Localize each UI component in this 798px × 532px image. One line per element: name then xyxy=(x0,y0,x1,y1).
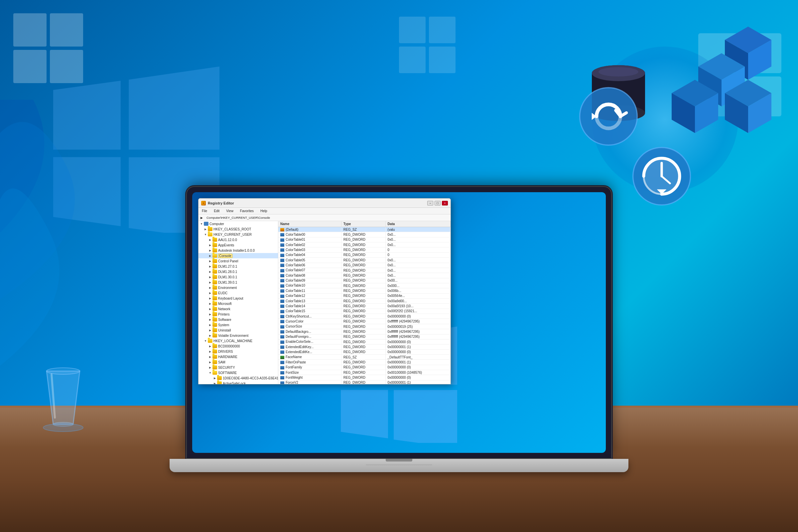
expand-10[interactable]: ▶ xyxy=(208,280,212,285)
tree-item-12[interactable]: ▶ EUDC xyxy=(198,290,278,296)
table-row[interactable]: ColorTable14REG_DWORD0x00a5f193 (10... xyxy=(278,304,451,308)
expand-20[interactable]: ▶ xyxy=(208,333,212,338)
expand-14[interactable]: ▶ xyxy=(208,301,212,306)
tree-item-9[interactable]: ▶ DLM1.30.0.1 xyxy=(198,274,278,280)
minimize-button[interactable]: − xyxy=(427,201,433,206)
expand-26[interactable]: ▶ xyxy=(208,365,212,370)
table-row[interactable]: ColorTable07REG_DWORD0x0... xyxy=(278,268,451,273)
tree-item-10[interactable]: ▶ DLM1.39.0.1 xyxy=(198,280,278,285)
registry-tree[interactable]: ▼ Computer ▶ HKEY_CLASSES_ROOT xyxy=(198,221,278,384)
expand-27[interactable]: ▼ xyxy=(208,370,212,375)
table-row[interactable]: CursorColorREG_DWORD0xffffffff (42949672… xyxy=(278,319,451,324)
expand-22[interactable]: ▶ xyxy=(208,344,212,348)
menu-file[interactable]: File xyxy=(201,208,208,213)
tree-item-0[interactable]: ▶ HKEY_CLASSES_ROOT xyxy=(198,226,278,232)
table-row[interactable]: ColorTable06REG_DWORD0x0... xyxy=(278,263,451,268)
tree-item-2[interactable]: ▶ AAU1.12.0.0 xyxy=(198,237,278,242)
expand-29[interactable]: ▶ xyxy=(212,381,217,384)
tree-item-29[interactable]: ▶ ActiveSafeLock xyxy=(198,381,278,384)
table-row[interactable]: ColorTable12REG_DWORD0x00564e... xyxy=(278,293,451,298)
expand-13[interactable]: ▶ xyxy=(208,296,212,301)
tree-item-24[interactable]: ▶ HARDWARE xyxy=(198,354,278,359)
tree-item-11[interactable]: ▶ Environment xyxy=(198,285,278,290)
expand-12[interactable]: ▶ xyxy=(208,291,212,295)
table-row[interactable]: ColorTable01REG_DWORD0x0... xyxy=(278,237,451,242)
tree-item-19[interactable]: ▶ Uninstall xyxy=(198,327,278,333)
expand-computer[interactable]: ▼ xyxy=(199,222,204,226)
tree-item-26[interactable]: ▶ SECURITY xyxy=(198,365,278,370)
maximize-button[interactable]: □ xyxy=(435,201,440,206)
table-row[interactable]: ColorTable00REG_DWORD0x0... xyxy=(278,232,451,237)
table-row[interactable]: FaceNameREG_SZ_DefaultTTFont_ xyxy=(278,355,451,359)
table-row[interactable]: ColorTable10REG_DWORD0x000... xyxy=(278,283,451,288)
tree-item-17[interactable]: ▶ Software xyxy=(198,317,278,322)
table-row[interactable]: FontSizeREG_DWORD0x00100000 (1048576) xyxy=(278,370,451,375)
tree-item-3[interactable]: ▶ AppEvents xyxy=(198,242,278,248)
table-row[interactable]: ColorTable11REG_DWORD0x006b... xyxy=(278,288,451,293)
table-row[interactable]: ColorTable05REG_DWORD0x0... xyxy=(278,258,451,263)
table-row[interactable]: EnableColorSele...REG_DWORD0x00000000 (0… xyxy=(278,339,451,344)
tree-item-16[interactable]: ▶ Printers xyxy=(198,311,278,317)
expand-25[interactable]: ▶ xyxy=(208,360,212,364)
tree-item-20[interactable]: ▶ Volatile Environment xyxy=(198,333,278,338)
expand-6[interactable]: ▶ xyxy=(208,259,212,263)
expand-18[interactable]: ▶ xyxy=(208,323,212,327)
tree-item-6[interactable]: ▶ Control Panel xyxy=(198,258,278,264)
tree-item-1[interactable]: ▼ HKEY_CURRENT_USER xyxy=(198,232,278,237)
tree-item-23[interactable]: ▶ DRIVERS xyxy=(198,349,278,354)
tree-item-7[interactable]: ▶ DLM1.27.0.1 xyxy=(198,264,278,269)
table-row[interactable]: DefaultForeigro...REG_DWORD0xffffffff (4… xyxy=(278,334,451,339)
tree-item-8[interactable]: ▶ DLM1.28.0.1 xyxy=(198,269,278,274)
table-row[interactable]: ExtendedEditKey...REG_DWORD0x00000001 (1… xyxy=(278,344,451,349)
tree-item-15[interactable]: ▶ Network xyxy=(198,306,278,311)
expand-15[interactable]: ▶ xyxy=(208,307,212,311)
close-button[interactable]: × xyxy=(442,201,448,206)
menu-edit[interactable]: Edit xyxy=(212,208,221,213)
expand-5[interactable]: ▶ xyxy=(208,253,212,258)
tree-item-4[interactable]: ▶ Autodesk Installer1.0.0.0 xyxy=(198,248,278,253)
tree-item-5[interactable]: ▶ Console xyxy=(198,253,278,258)
expand-28[interactable]: ▶ xyxy=(212,376,217,380)
expand-19[interactable]: ▶ xyxy=(208,328,212,332)
table-row[interactable]: DefaultBackgro...REG_DWORD0xffffffff (42… xyxy=(278,329,451,334)
table-row[interactable]: ColorTable08REG_DWORD0x0... xyxy=(278,273,451,278)
tree-item-21[interactable]: ▼ HKEY_LOCAL_MACHINE xyxy=(198,338,278,343)
table-row[interactable]: ColorTable13REG_DWORD0x00a9d00... xyxy=(278,299,451,304)
expand-0[interactable]: ▶ xyxy=(203,227,208,231)
tree-item-28[interactable]: ▶ 1D0EC6DE-4A80-4CC3-A335-E6E41C951198 xyxy=(198,375,278,381)
expand-1[interactable]: ▼ xyxy=(203,232,208,237)
expand-23[interactable]: ▶ xyxy=(208,349,212,354)
table-row[interactable]: ExtendedEditKe...REG_DWORD0x00000000 (0) xyxy=(278,349,451,355)
table-row[interactable]: ColorTable09REG_DWORD0x00... xyxy=(278,278,451,283)
tree-item-25[interactable]: ▶ SAM xyxy=(198,359,278,365)
menu-favorites[interactable]: Favorites xyxy=(239,208,255,213)
menu-help[interactable]: Help xyxy=(259,208,269,213)
expand-16[interactable]: ▶ xyxy=(208,312,212,317)
table-row[interactable]: ColorTable03REG_DWORD0 xyxy=(278,247,451,252)
table-row[interactable]: CursorSizeREG_DWORD0x00000019 (25) xyxy=(278,324,451,329)
table-row[interactable]: ColorTable02REG_DWORD0x0... xyxy=(278,242,451,247)
expand-7[interactable]: ▶ xyxy=(208,264,212,269)
table-row[interactable]: ColorTable04REG_DWORD0 xyxy=(278,252,451,258)
tree-item-13[interactable]: ▶ Keyboard Layout xyxy=(198,296,278,301)
expand-4[interactable]: ▶ xyxy=(208,248,212,253)
tree-item-computer[interactable]: ▼ Computer xyxy=(198,221,278,226)
tree-item-18[interactable]: ▶ System xyxy=(198,322,278,327)
expand-17[interactable]: ▶ xyxy=(208,317,212,322)
tree-item-22[interactable]: ▶ BCD00000000 xyxy=(198,343,278,349)
table-row[interactable]: FilterOnPasteREG_DWORD0x00000001 (1) xyxy=(278,360,451,365)
menu-view[interactable]: View xyxy=(225,208,235,213)
tree-item-27[interactable]: ▼ SOFTWARE xyxy=(198,370,278,375)
expand-9[interactable]: ▶ xyxy=(208,274,212,279)
table-row[interactable]: FontWeightREG_DWORD0x00000000 (0) xyxy=(278,375,451,380)
table-row[interactable]: ColorTable15REG_DWORD0x00f2f2f2 (15921..… xyxy=(278,308,451,314)
table-row[interactable]: (Default)REG_SZ(valu xyxy=(278,227,451,232)
expand-3[interactable]: ▶ xyxy=(208,243,212,247)
table-row[interactable]: FontFamilyREG_DWORD0x00000000 (0) xyxy=(278,365,451,370)
expand-2[interactable]: ▶ xyxy=(208,238,212,242)
table-row[interactable]: CtrlKeyShortcut...REG_DWORD0x00000000 (0… xyxy=(278,314,451,319)
tree-item-14[interactable]: ▶ Microsoft xyxy=(198,301,278,306)
expand-8[interactable]: ▶ xyxy=(208,269,212,274)
expand-24[interactable]: ▶ xyxy=(208,355,212,359)
expand-11[interactable]: ▶ xyxy=(208,285,212,290)
